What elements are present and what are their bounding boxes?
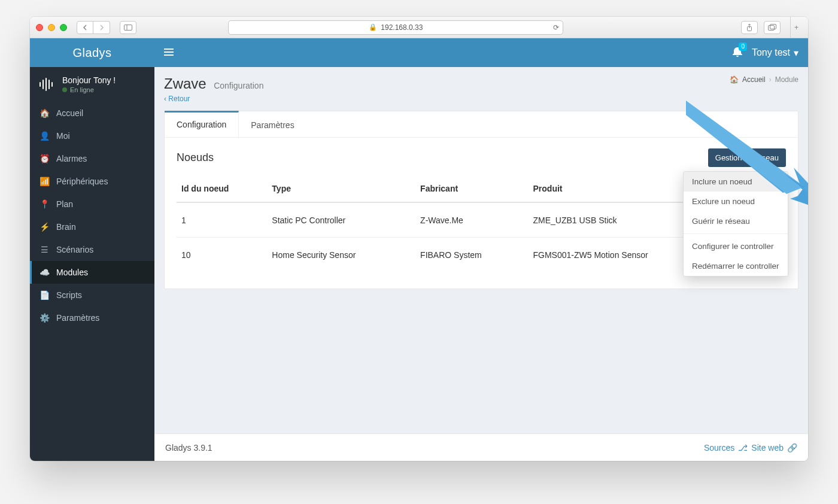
sidebar-item-label: Scripts [56,290,82,300]
sidebar-item-label: Périphériques [56,177,108,186]
notifications-button[interactable]: 0 [733,46,742,59]
tab-parametres[interactable]: Paramètres [239,111,306,137]
back-button[interactable] [77,21,93,34]
cell-maker: FIBARO System [415,238,528,272]
notification-badge: 0 [739,42,747,51]
tab-configuration[interactable]: Configuration [165,111,239,137]
sidebar: Gladys [30,38,154,461]
footer: Gladys 3.9.1 Sources ⎇ Site web 🔗 [154,433,808,461]
sidebar-item-label: Scénarios [56,245,93,254]
window-controls [36,24,67,31]
address-bar[interactable]: 🔒 192.168.0.33 ⟳ [228,20,563,35]
network-management-button-label: Gestion du réseau [715,153,779,162]
main: 0 Tony test ▾ Zwave Configuration ‹ Reto… [154,38,808,461]
sidebar-item-plan[interactable]: 📍Plan [30,193,154,215]
user-status: En ligne [62,86,116,93]
footer-site-text: Site web [751,443,784,453]
sidebar-item-parametres[interactable]: ⚙️Paramètres [30,306,154,329]
sidebar-item-scenarios[interactable]: ☰Scénarios [30,238,154,261]
dashboard-icon: 🏠 [40,108,49,118]
location-icon: 📍 [40,199,49,209]
clock-icon: ⏰ [40,154,49,163]
user-menu-name: Tony test [752,47,790,58]
back-link[interactable]: ‹ Retour [164,95,190,103]
file-icon: 📄 [40,290,49,300]
sidebar-nav: 🏠Accueil 👤Moi ⏰Alarmes 📶Périphériques 📍P… [30,102,154,329]
page-subtitle: Configuration [214,81,263,90]
sidebar-item-brain[interactable]: ⚡Brain [30,215,154,238]
th-maker: Fabricant [415,175,528,202]
sidebar-toggle-button[interactable] [120,21,136,34]
lock-icon: 🔒 [369,23,377,31]
svg-rect-0 [125,25,132,30]
footer-sources-link[interactable]: Sources [704,443,734,453]
th-id: Id du noeud [177,175,267,202]
network-management-button[interactable]: Gestion du réseau [708,148,786,167]
breadcrumb-current: Module [775,75,798,84]
new-tab-button[interactable]: + [790,17,802,38]
caret-down-icon: ▾ [794,47,798,59]
tab-label: Configuration [177,120,226,129]
sidebar-item-moi[interactable]: 👤Moi [30,125,154,147]
tabs: Configuration Paramètres [165,111,798,138]
sidebar-item-scripts[interactable]: 📄Scripts [30,284,154,306]
brand-title[interactable]: Gladys [30,38,154,67]
cell-type: Static PC Controller [267,202,415,238]
sidebar-item-peripheriques[interactable]: 📶Périphériques [30,170,154,193]
panel-title: Noeuds [177,151,214,164]
network-dropdown: Inclure un noeud Exclure un noeud Guérir… [683,171,788,277]
minimize-window-icon[interactable] [48,24,55,31]
dropdown-item-exclude-node[interactable]: Exclure un noeud [684,192,788,211]
dropdown-item-label: Exclure un noeud [692,197,755,206]
user-greeting: Bonjour Tony ! [62,75,116,85]
breadcrumb-home[interactable]: Accueil [742,75,766,84]
dropdown-divider [684,233,788,234]
page-title: Zwave [164,75,207,92]
cell-id: 10 [177,238,267,272]
dropdown-item-label: Guérir le réseau [692,217,750,226]
browser-window: 🔒 192.168.0.33 ⟳ + Gladys [30,17,808,461]
sidebar-item-modules[interactable]: ☁️Modules [30,261,154,284]
github-icon: ⎇ [738,443,748,453]
tabs-button[interactable] [764,21,781,34]
dropdown-item-include-node[interactable]: Inclure un noeud [684,172,788,192]
back-link-text: Retour [168,95,190,103]
reload-icon[interactable]: ⟳ [553,23,559,32]
sidebar-item-label: Alarmes [56,154,87,163]
svg-rect-3 [768,25,774,30]
wave-icon [38,77,55,92]
fullscreen-window-icon[interactable] [60,24,67,31]
sidebar-item-label: Moi [56,131,70,141]
status-dot-icon [62,87,67,92]
th-type: Type [267,175,415,202]
breadcrumb-sep: › [769,75,772,84]
brand-text: Gladys [72,46,111,60]
list-icon: ☰ [40,245,49,254]
sidebar-item-label: Plan [56,199,73,209]
dropdown-item-configure-controller[interactable]: Configurer le controller [684,236,788,256]
close-window-icon[interactable] [36,24,43,31]
svg-rect-4 [770,24,776,29]
link-icon: 🔗 [787,443,797,453]
sidebar-item-alarmes[interactable]: ⏰Alarmes [30,147,154,170]
forward-button[interactable] [93,21,110,34]
cell-type: Home Security Sensor [267,238,415,272]
cell-maker: Z-Wave.Me [415,202,528,238]
sidebar-item-accueil[interactable]: 🏠Accueil [30,102,154,125]
dropdown-item-label: Inclure un noeud [692,177,752,186]
url-text: 192.168.0.33 [381,23,423,32]
user-status-text: En ligne [70,86,94,93]
footer-site-link[interactable]: Site web [751,443,784,453]
dropdown-item-label: Redémarrer le controller [692,262,779,271]
user-icon: 👤 [40,131,49,141]
share-button[interactable] [741,21,758,34]
dropdown-item-restart-controller[interactable]: Redémarrer le controller [684,256,788,276]
sidebar-item-label: Accueil [56,108,83,118]
sidebar-item-label: Paramètres [56,313,99,323]
hamburger-toggle[interactable] [164,47,174,58]
signal-icon: 📶 [40,177,49,186]
topbar: 0 Tony test ▾ [154,38,808,67]
home-icon: 🏠 [730,75,739,84]
dropdown-item-heal-network[interactable]: Guérir le réseau [684,211,788,231]
user-menu-button[interactable]: Tony test ▾ [752,47,798,59]
